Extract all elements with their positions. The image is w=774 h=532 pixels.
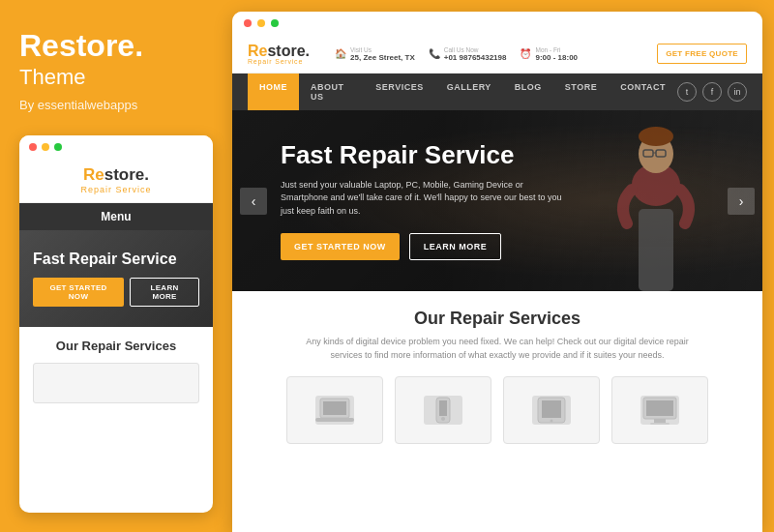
nav-social: t f in <box>677 82 747 102</box>
svg-point-5 <box>639 127 673 146</box>
svg-point-13 <box>441 417 445 421</box>
hero-next-button[interactable]: › <box>728 188 755 215</box>
left-panel: Restore. Theme By essentialwebapps Resto… <box>0 0 232 532</box>
mockup-services-title: Our Repair Services <box>33 339 199 353</box>
facebook-icon[interactable]: f <box>702 82 722 102</box>
header-info-address: 🏠 Visit Us 25, Zee Street, TX <box>335 46 415 62</box>
phone-value: +01 98765432198 <box>444 53 507 62</box>
learn-more-button[interactable]: LEARN MORE <box>409 233 502 260</box>
header-info: 🏠 Visit Us 25, Zee Street, TX 📞 Call Us … <box>335 46 641 62</box>
svg-rect-20 <box>650 423 670 425</box>
desktop-mockup: Restore. Repair Service 🏠 Visit Us 25, Z… <box>232 12 762 532</box>
desktop-dot-red <box>244 19 252 27</box>
hero-title: Fast Repair Service <box>281 141 571 169</box>
svg-rect-15 <box>542 400 561 418</box>
nav-item-home[interactable]: HOME <box>248 74 299 110</box>
brand-block: Restore. Theme By essentialwebapps <box>19 29 213 112</box>
nav-item-contact[interactable]: CONTACT <box>609 74 677 110</box>
mockup-logo-sub: Repair Service <box>33 185 199 194</box>
nav-item-about[interactable]: ABOUT US <box>299 74 364 110</box>
desktop-services: Our Repair Services Any kinds of digital… <box>232 291 762 532</box>
phone-device-icon <box>424 396 462 425</box>
svg-point-16 <box>551 419 553 422</box>
hours-value: 9:00 - 18:00 <box>535 53 578 62</box>
header-info-hours: ⏰ Mon - Fri 9:00 - 18:00 <box>520 46 578 62</box>
service-card-tablet <box>503 376 600 444</box>
address-label: Visit Us <box>350 46 415 53</box>
hero-content: Fast Repair Service Just send your valua… <box>281 141 571 260</box>
hours-label: Mon - Fri <box>535 46 578 53</box>
header-info-phone: 📞 Call Us Now +01 98765432198 <box>429 46 507 62</box>
service-card-phone <box>395 376 491 444</box>
address-value: 25, Zee Street, TX <box>350 53 415 62</box>
nav-item-blog[interactable]: BLOG <box>503 74 553 110</box>
mockup-services: Our Repair Services <box>19 327 213 415</box>
svg-rect-10 <box>315 418 354 422</box>
mockup-get-started-button[interactable]: GET STARTED NOW <box>33 278 124 307</box>
mockup-service-card <box>33 363 199 403</box>
phone-icon: 📞 <box>429 48 440 59</box>
mockup-titlebar <box>19 135 213 156</box>
mockup-logo-brand: Restore. <box>33 165 199 185</box>
home-icon: 🏠 <box>335 48 346 59</box>
desktop-dot-yellow <box>257 19 265 27</box>
mockup-logo-area: Restore. Repair Service <box>19 156 213 203</box>
brand-restore: Re <box>19 28 59 63</box>
hero-buttons: GET STARTED NOW LEARN MORE <box>281 233 571 260</box>
dot-red <box>29 143 37 151</box>
hero-person-svg <box>579 117 733 291</box>
service-card-desktop <box>611 376 708 444</box>
desktop-header: Restore. Repair Service 🏠 Visit Us 25, Z… <box>232 35 762 74</box>
nav-items: HOME ABOUT US SERVICES GALLERY BLOG STOR… <box>248 74 677 110</box>
laptop-icon <box>315 396 354 425</box>
hero-prev-button[interactable]: ‹ <box>240 188 267 215</box>
dot-green <box>54 143 62 151</box>
brand-theme: Theme <box>19 65 213 90</box>
get-started-button[interactable]: GET STARTED NOW <box>281 233 400 260</box>
clock-icon: ⏰ <box>520 48 531 59</box>
desktop-logo-sub: Repair Service <box>248 58 310 65</box>
mobile-mockup: Restore. Repair Service Menu Fast Repair… <box>19 135 213 513</box>
services-title: Our Repair Services <box>252 309 743 329</box>
desktop-dot-green <box>271 19 279 27</box>
linkedin-icon[interactable]: in <box>728 82 747 102</box>
svg-rect-18 <box>646 400 673 416</box>
services-description: Any kinds of digital device problem you … <box>304 335 691 363</box>
nav-item-store[interactable]: STORE <box>553 74 609 110</box>
svg-rect-9 <box>323 401 346 415</box>
phone-label: Call Us Now <box>444 46 507 53</box>
svg-rect-19 <box>654 419 666 423</box>
service-card-laptop <box>286 376 383 444</box>
mockup-hero-title: Fast Repair Service <box>33 250 199 268</box>
desktop-titlebar <box>232 12 762 35</box>
desktop-logo: Restore. Repair Service <box>248 43 310 65</box>
desktop-nav: HOME ABOUT US SERVICES GALLERY BLOG STOR… <box>232 74 762 110</box>
services-cards <box>252 376 743 444</box>
tablet-icon <box>532 396 571 425</box>
mockup-hero: Fast Repair Service GET STARTED NOW LEAR… <box>19 230 213 327</box>
brand-title: Restore. <box>19 29 213 63</box>
get-free-quote-button[interactable]: GET FREE QUOTE <box>657 44 747 64</box>
twitter-icon[interactable]: t <box>677 82 697 102</box>
dot-yellow <box>42 143 49 151</box>
mockup-menu[interactable]: Menu <box>19 203 213 230</box>
nav-item-gallery[interactable]: GALLERY <box>435 74 503 110</box>
brand-byline: By essentialwebapps <box>19 98 213 112</box>
svg-rect-12 <box>439 400 447 416</box>
desktop-content: Restore. Repair Service 🏠 Visit Us 25, Z… <box>232 35 762 532</box>
hero-description: Just send your valuable Laptop, PC, Mobi… <box>281 179 571 219</box>
mockup-learn-more-button[interactable]: LEARN MORE <box>130 278 199 307</box>
desktop-hero: ‹ Fast Repair Service Just send your val… <box>232 110 762 291</box>
nav-item-services[interactable]: SERVICES <box>364 74 434 110</box>
desktop-icon <box>640 396 679 425</box>
svg-rect-7 <box>639 209 673 291</box>
mockup-hero-btns: GET STARTED NOW LEARN MORE <box>33 278 199 307</box>
